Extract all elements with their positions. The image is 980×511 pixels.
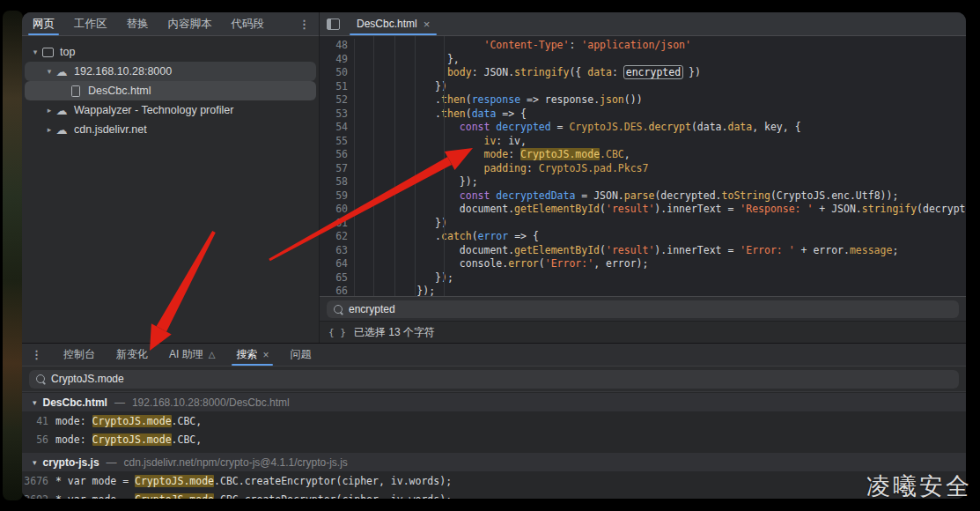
result-line-text: mode: CryptoJS.mode.CBC,	[55, 433, 202, 446]
tree-item-ext-wappalyzer[interactable]: ▸☁Wappalyzer - Technology profiler	[25, 100, 316, 120]
code-token: data	[472, 107, 497, 120]
line-number[interactable]: 49	[320, 53, 355, 67]
code-line-62[interactable]: 62 .catch(error => {	[320, 230, 966, 244]
line-number[interactable]: 57	[320, 162, 355, 176]
result-file-path: cdn.jsdelivr.net/npm/crypto-js@4.1.1/cry…	[124, 456, 348, 469]
navigator-tab-pages[interactable]: 网页	[33, 12, 55, 35]
code-line-65[interactable]: 65 });	[320, 271, 966, 285]
code-line-52[interactable]: 52 .then(response => response.json())	[320, 93, 966, 107]
line-number[interactable]: 48	[320, 39, 355, 53]
match-descbc-41[interactable]: 41mode: CryptoJS.mode.CBC,	[22, 411, 966, 430]
match-descbc-56[interactable]: 56mode: CryptoJS.mode.CBC,	[22, 430, 966, 448]
file-tree: ▾top▾☁192.168.10.28:8000DesCbc.html▸☁Wap…	[22, 36, 319, 139]
code-token: ).innerText =	[654, 203, 740, 215]
navigator-tab-content-scripts[interactable]: 内容脚本	[168, 12, 212, 35]
navigator-tab-snippets[interactable]: 代码段	[232, 12, 265, 35]
editor-find-input[interactable]	[349, 303, 952, 315]
caret-open-icon[interactable]: ▾	[33, 458, 37, 467]
drawer-tab-issues[interactable]: 问题	[290, 344, 311, 366]
result-file-separator: —	[114, 396, 125, 409]
close-tab-icon[interactable]: ×	[424, 18, 431, 31]
code-line-content: .then(response => response.json())	[355, 93, 643, 107]
line-number[interactable]: 54	[320, 121, 355, 135]
code-line-content: console.error('Error:', error);	[355, 257, 648, 271]
code-token: ())	[624, 93, 643, 106]
code-line-49[interactable]: 49 },	[320, 53, 966, 67]
caret-open-icon[interactable]: ▾	[33, 398, 37, 407]
code-line-59[interactable]: 59 const decryptedData = JSON.parse(decr…	[320, 189, 966, 204]
line-number[interactable]: 61	[320, 217, 355, 231]
line-number[interactable]: 65	[320, 271, 355, 285]
drawer-tab-console[interactable]: 控制台	[63, 344, 95, 366]
match-cryptojs-3676[interactable]: 3676* var mode = CryptoJS.mode.CBC.creat…	[22, 471, 966, 490]
caret-closed-icon[interactable]: ▸	[43, 106, 55, 115]
line-number[interactable]: 58	[320, 175, 355, 189]
line-number[interactable]: 55	[320, 135, 355, 149]
caret-open-icon[interactable]: ▾	[29, 48, 41, 56]
toggle-navigator-icon[interactable]	[327, 19, 340, 30]
drawer-menu-icon[interactable]: ⋮	[31, 348, 42, 361]
code-line-48[interactable]: 48 'Content-Type': 'application/json'	[320, 39, 966, 53]
code-line-55[interactable]: 55 iv: iv,	[320, 135, 966, 149]
editor-find-bar	[320, 296, 966, 322]
navigator-tab-overrides[interactable]: 替换	[127, 12, 149, 35]
drawer-tab-ai-assistance[interactable]: AI 助理△	[169, 344, 215, 366]
drawer-tab-changes[interactable]: 新变化	[116, 344, 148, 366]
tree-item-file-descbc-html[interactable]: DesCbc.html	[25, 81, 316, 100]
code-line-63[interactable]: 63 document.getElementById('result').inn…	[320, 244, 966, 258]
editor-tab-descbc[interactable]: DesCbc.html ×	[348, 12, 438, 35]
caret-open-icon[interactable]: ▾	[43, 67, 55, 76]
drawer-tab-search[interactable]: 搜索×	[236, 344, 269, 366]
code-line-content: body: JSON.stringify({ data: encrypted }…	[355, 66, 701, 80]
result-file-cryptojs[interactable]: ▾crypto-js.js—cdn.jsdelivr.net/npm/crypt…	[22, 453, 966, 471]
editor-tab-title: DesCbc.html	[357, 18, 417, 30]
caret-closed-icon[interactable]: ▸	[43, 125, 55, 134]
editor-find-field[interactable]	[327, 300, 959, 318]
cloud-icon: ☁	[55, 105, 68, 116]
code-token: decrypted	[496, 121, 550, 133]
line-number[interactable]: 59	[320, 189, 355, 204]
code-token: document.	[460, 203, 514, 215]
drawer-tabbar: ⋮ 控制台新变化AI 助理△搜索×问题	[22, 344, 966, 367]
code-token: :	[508, 148, 520, 160]
result-file-descbc[interactable]: ▾DesCbc.html—192.168.10.28:8000/DesCbc.h…	[22, 393, 966, 411]
close-drawer-tab-icon[interactable]: ×	[262, 349, 269, 361]
code-token: })	[435, 80, 447, 93]
code-token: 'result'	[606, 203, 654, 215]
search-query-field[interactable]	[29, 370, 959, 389]
tree-item-host-cdn-jsdelivr-net[interactable]: ▸☁cdn.jsdelivr.net	[25, 120, 316, 139]
drawer-tab-label: 问题	[290, 347, 311, 362]
line-number[interactable]: 64	[320, 257, 355, 271]
code-line-54[interactable]: 54 const decrypted = CryptoJS.DES.decryp…	[320, 121, 966, 135]
code-line-64[interactable]: 64 console.error('Error:', error);	[320, 257, 966, 271]
line-number[interactable]: 56	[320, 148, 355, 162]
match-cryptojs-3692[interactable]: 3692* var mode = CryptoJS.mode.CBC.creat…	[22, 490, 966, 499]
code-line-56[interactable]: 56 mode: CryptoJS.mode.CBC,	[320, 148, 966, 162]
tree-item-top-frame[interactable]: ▾top	[25, 42, 316, 62]
line-number[interactable]: 51	[320, 80, 355, 94]
code-token: => {	[508, 230, 539, 242]
code-editor[interactable]: 48 'Content-Type': 'application/json'49 …	[320, 36, 966, 299]
code-line-50[interactable]: 50 body: JSON.stringify({ data: encrypte…	[320, 66, 966, 80]
code-token: getElementById	[514, 203, 600, 215]
code-line-51[interactable]: 51 })	[320, 80, 966, 94]
code-line-58[interactable]: 58 });	[320, 175, 966, 189]
line-number[interactable]: 53	[320, 107, 355, 122]
line-number[interactable]: 52	[320, 93, 355, 107]
line-number[interactable]: 63	[320, 244, 355, 258]
line-number[interactable]: 62	[320, 230, 355, 244]
code-line-60[interactable]: 60 document.getElementById('result').inn…	[320, 203, 966, 217]
indent-guide	[444, 36, 445, 299]
cloud-icon: ☁	[55, 66, 68, 78]
tree-item-host-192-168-10-28-8000[interactable]: ▾☁192.168.10.28:8000	[25, 62, 316, 81]
navigator-more-icon[interactable]: ⋮	[298, 18, 310, 31]
code-token: (decryptedData);	[917, 203, 966, 215]
code-line-57[interactable]: 57 padding: CryptoJS.pad.Pkcs7	[320, 162, 966, 176]
code-line-53[interactable]: 53 .then(data => {	[320, 107, 966, 122]
code-line-61[interactable]: 61 })	[320, 217, 966, 231]
search-query-input[interactable]	[51, 373, 952, 385]
line-number[interactable]: 60	[320, 203, 355, 217]
pretty-print-braces-icon[interactable]: { }	[328, 327, 346, 338]
navigator-tab-workspace[interactable]: 工作区	[74, 12, 107, 35]
line-number[interactable]: 50	[320, 66, 355, 80]
